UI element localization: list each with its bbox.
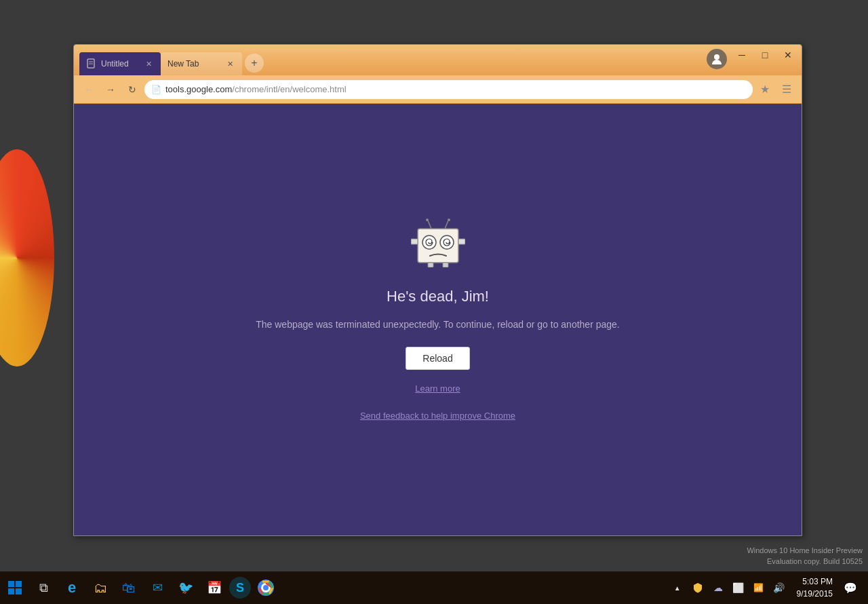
- desktop-decoration: [0, 149, 54, 366]
- svg-rect-16: [16, 581, 22, 587]
- menu-button[interactable]: ☰: [777, 80, 796, 99]
- watermark-line2: Evaluation copy. Build 10525: [747, 556, 863, 567]
- svg-rect-17: [8, 588, 14, 594]
- taskbar-task-view[interactable]: ⧉: [30, 574, 57, 601]
- tray-volume-icon[interactable]: 🔊: [770, 574, 789, 601]
- reload-button[interactable]: Reload: [406, 347, 469, 370]
- forward-button[interactable]: →: [101, 80, 120, 99]
- error-description: The webpage was terminated unexpectedly.…: [256, 319, 620, 330]
- taskbar-tray: ▲ ☁ ⬜ 📶 🔊 5:03 PM 9/19/2015 💬: [668, 574, 865, 601]
- taskbar-clock[interactable]: 5:03 PM 9/19/2015: [791, 575, 838, 600]
- svg-rect-14: [443, 263, 448, 267]
- close-button[interactable]: ✕: [777, 45, 799, 64]
- maximize-button[interactable]: □: [754, 45, 776, 64]
- tab-untitled-close[interactable]: ✕: [143, 58, 154, 69]
- clock-date: 9/19/2015: [797, 588, 833, 600]
- svg-point-8: [426, 219, 429, 221]
- url-bar[interactable]: 📄 tools.google.com/chrome/intl/en/welcom…: [144, 80, 753, 99]
- taskbar-mail-icon[interactable]: ✉: [144, 574, 171, 601]
- learn-more-link[interactable]: Learn more: [415, 383, 460, 394]
- watermark-line1: Windows 10 Home Insider Preview: [747, 546, 863, 556]
- taskbar-icons: ⧉ e 🗂 🛍 ✉ 🐦 📅 S: [27, 574, 668, 601]
- tab-new-tab-close[interactable]: ✕: [224, 58, 235, 69]
- start-button[interactable]: [3, 575, 27, 600]
- svg-point-10: [448, 219, 450, 221]
- tab-new-tab-label: New Tab: [167, 59, 220, 69]
- windows-watermark: Windows 10 Home Insider Preview Evaluati…: [747, 546, 863, 567]
- taskbar: ⧉ e 🗂 🛍 ✉ 🐦 📅 S: [0, 571, 868, 604]
- desktop: ─ □ ✕ Untitled ✕ New Tab ✕: [0, 0, 868, 604]
- bookmark-button[interactable]: ★: [755, 80, 774, 99]
- new-tab-button[interactable]: +: [245, 54, 264, 73]
- taskbar-edge-icon[interactable]: e: [58, 574, 85, 601]
- tray-security-icon[interactable]: [688, 574, 707, 601]
- tray-chevron[interactable]: ▲: [668, 574, 687, 601]
- svg-rect-18: [16, 588, 22, 594]
- taskbar-store-icon[interactable]: 🛍: [115, 574, 142, 601]
- taskbar-calendar-icon[interactable]: 📅: [201, 574, 228, 601]
- error-title: He's dead, Jim!: [387, 288, 489, 305]
- page-content: He's dead, Jim! The webpage was terminat…: [74, 104, 802, 535]
- profile-button[interactable]: [707, 49, 727, 69]
- tab-bar: ─ □ ✕ Untitled ✕ New Tab ✕: [74, 45, 802, 75]
- svg-point-6: [440, 235, 454, 249]
- url-path: /chrome/intl/en/welcome.html: [232, 84, 346, 94]
- feedback-link[interactable]: Send feedback to help improve Chrome: [360, 411, 515, 421]
- error-illustration: [411, 219, 465, 267]
- clock-time: 5:03 PM: [802, 575, 833, 588]
- tab-untitled[interactable]: Untitled ✕: [79, 52, 161, 75]
- svg-line-9: [445, 221, 448, 229]
- taskbar-chrome-icon[interactable]: [252, 574, 279, 601]
- svg-point-5: [422, 235, 436, 249]
- tray-icons: ▲ ☁ ⬜ 📶 🔊: [668, 574, 789, 601]
- window-controls: ─ □ ✕: [731, 45, 802, 65]
- url-secure-icon: 📄: [151, 85, 161, 94]
- address-bar: ← → ↻ 📄 tools.google.com/chrome/intl/en/…: [74, 75, 802, 104]
- minimize-button[interactable]: ─: [731, 45, 753, 64]
- tab-untitled-label: Untitled: [101, 59, 139, 69]
- svg-rect-13: [428, 263, 433, 267]
- back-button[interactable]: ←: [79, 80, 98, 99]
- tray-tablet-icon[interactable]: ⬜: [729, 574, 748, 601]
- svg-point-21: [263, 585, 269, 590]
- svg-point-0: [714, 54, 719, 60]
- svg-rect-12: [458, 239, 465, 244]
- svg-rect-15: [8, 581, 14, 587]
- url-text: tools.google.com/chrome/intl/en/welcome.…: [165, 84, 746, 94]
- taskbar-skype-icon[interactable]: S: [229, 577, 251, 599]
- tab-page-icon: [86, 58, 97, 69]
- taskbar-twitter-icon[interactable]: 🐦: [172, 574, 199, 601]
- reload-nav-button[interactable]: ↻: [123, 80, 142, 99]
- url-domain: tools.google.com: [165, 84, 232, 94]
- svg-line-7: [428, 221, 431, 229]
- tab-new-tab[interactable]: New Tab ✕: [161, 52, 242, 75]
- browser-window: ─ □ ✕ Untitled ✕ New Tab ✕: [73, 44, 802, 536]
- taskbar-file-explorer-icon[interactable]: 🗂: [87, 574, 114, 601]
- tray-notifications[interactable]: 💬: [841, 574, 860, 601]
- tray-network-icon[interactable]: 📶: [749, 574, 768, 601]
- tray-cloud-icon[interactable]: ☁: [709, 574, 728, 601]
- svg-rect-11: [411, 239, 418, 244]
